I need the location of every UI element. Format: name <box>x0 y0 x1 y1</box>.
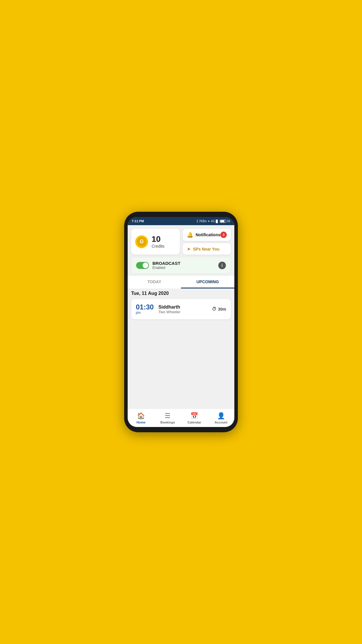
timer-icon: ⏱ <box>212 307 217 312</box>
notif-left: 🔔 Notifications <box>187 232 220 238</box>
nav-bookings-label: Bookings <box>160 421 175 424</box>
phone-screen: 7:11 PM 2.7KB/s ✦ 4G▐▌ 55 G <box>128 217 234 427</box>
credits-info: 10 Credits <box>152 235 164 249</box>
booking-card[interactable]: 01:30 pm Siddharth Two Wheeler ⏱ 30m <box>131 299 231 319</box>
tab-today[interactable]: TODAY <box>128 276 181 288</box>
tabs-row: TODAY UPCOMING <box>128 276 234 288</box>
status-icons: 2.7KB/s ✦ 4G▐▌ 55 <box>196 220 230 223</box>
booking-info: Siddharth Two Wheeler <box>158 304 207 314</box>
schedule-date: Tue, 11 Aug 2020 <box>131 291 231 296</box>
main-content: G 10 Credits 🔔 Notifications <box>128 225 234 408</box>
broadcast-title: BROADCAST <box>152 261 180 266</box>
home-icon: 🏠 <box>137 412 145 420</box>
credits-number: 10 <box>152 235 164 243</box>
notifications-label: Notifications <box>196 232 220 237</box>
nav-calendar-label: Calendar <box>187 421 201 424</box>
battery-icon <box>220 220 226 223</box>
bell-icon: 🔔 <box>187 232 193 238</box>
notifications-card[interactable]: 🔔 Notifications 3 <box>183 229 231 241</box>
broadcast-left: BROADCAST Enabled <box>136 261 180 270</box>
bottom-nav: 🏠 Home ☰ Bookings 📅 Calendar 👤 Account <box>128 408 234 427</box>
nav-home[interactable]: 🏠 Home <box>128 411 154 425</box>
battery-percent: 55 <box>227 220 230 223</box>
credits-label: Credits <box>152 244 164 249</box>
nav-calendar[interactable]: 📅 Calendar <box>181 411 208 425</box>
broadcast-text: BROADCAST Enabled <box>152 261 180 270</box>
nav-bookings[interactable]: ☰ Bookings <box>154 411 181 425</box>
booking-name: Siddharth <box>158 304 207 310</box>
battery-fill <box>220 220 224 222</box>
broadcast-row: BROADCAST Enabled i <box>131 257 231 274</box>
bluetooth-icon: ✦ <box>208 220 210 223</box>
phone-frame: 7:11 PM 2.7KB/s ✦ 4G▐▌ 55 G <box>124 212 238 432</box>
booking-time: 01:30 pm <box>136 304 154 315</box>
right-cards: 🔔 Notifications 3 ➤ SPs Near You <box>183 229 231 255</box>
calendar-icon: 📅 <box>190 412 198 420</box>
schedule-section: Tue, 11 Aug 2020 01:30 pm Siddharth Two … <box>128 291 234 319</box>
nav-account[interactable]: 👤 Account <box>208 411 235 425</box>
broadcast-toggle[interactable] <box>136 262 149 269</box>
toggle-knob <box>143 262 148 268</box>
duration-value: 30m <box>218 307 226 312</box>
logo-letter: G <box>137 237 146 246</box>
tab-upcoming[interactable]: UPCOMING <box>181 276 234 288</box>
status-bar: 7:11 PM 2.7KB/s ✦ 4G▐▌ 55 <box>128 217 234 225</box>
nav-account-label: Account <box>215 421 227 424</box>
booking-ampm: pm <box>136 311 141 315</box>
signal-icon: 4G▐▌ <box>211 220 219 223</box>
nav-home-label: Home <box>136 421 145 424</box>
sps-near-you-card[interactable]: ➤ SPs Near You <box>183 243 231 255</box>
booking-type: Two Wheeler <box>158 310 207 314</box>
info-icon[interactable]: i <box>218 262 226 269</box>
broadcast-status: Enabled <box>152 266 180 270</box>
app-logo: G <box>135 235 148 248</box>
speed-indicator: 2.7KB/s <box>196 220 207 223</box>
status-time: 7:11 PM <box>132 219 144 223</box>
notification-badge: 3 <box>220 232 227 238</box>
account-icon: 👤 <box>217 412 225 420</box>
credits-card[interactable]: G 10 Credits <box>131 229 180 255</box>
booking-hour: 01:30 <box>136 304 154 311</box>
top-cards-row: G 10 Credits 🔔 Notifications <box>128 225 234 257</box>
bookings-icon: ☰ <box>165 412 171 420</box>
booking-duration: ⏱ 30m <box>212 307 226 312</box>
sps-label: SPs Near You <box>193 247 219 251</box>
location-icon: ➤ <box>187 246 191 252</box>
